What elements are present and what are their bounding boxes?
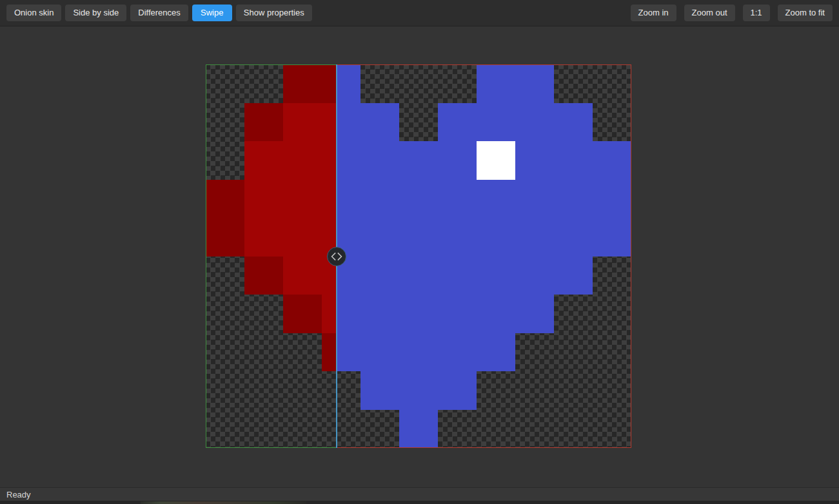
pixel-cell	[283, 64, 322, 103]
bottom-edge-strip	[0, 501, 839, 504]
pixel-cell	[515, 218, 554, 257]
image-diff-view	[206, 64, 631, 448]
zoom-buttons: Zoom inZoom out1:1Zoom to fit	[631, 5, 833, 21]
pixel-cell	[322, 64, 337, 103]
pixel-cell	[337, 103, 360, 142]
pixel-cell	[283, 141, 322, 180]
pixel-cell	[477, 295, 515, 333]
button-zoom-in[interactable]: Zoom in	[631, 5, 676, 21]
pixel-cell	[283, 257, 322, 295]
pixel-cell	[337, 141, 360, 180]
pixel-cell	[360, 257, 399, 295]
statusbar: Ready	[0, 487, 839, 501]
pixel-cell	[477, 103, 515, 142]
pixel-cell	[283, 180, 322, 218]
pixel-cell	[244, 103, 283, 142]
pixel-cell	[399, 371, 438, 410]
pixel-cell	[515, 64, 554, 103]
pixel-cell	[244, 141, 283, 180]
pixel-cell	[477, 64, 515, 103]
pixel-cell	[438, 295, 477, 333]
pixel-cell	[515, 103, 554, 142]
pixel-cell	[206, 218, 244, 257]
pixel-cell	[360, 371, 399, 410]
pixel-cell	[477, 218, 515, 257]
pixel-cell	[477, 333, 515, 372]
pixel-cell	[360, 218, 399, 257]
pixel-cell	[206, 180, 244, 218]
pixel-cell	[322, 103, 337, 142]
pixel-cell	[360, 295, 399, 333]
view-mode-show-properties[interactable]: Show properties	[236, 5, 312, 21]
pixel-cell	[360, 180, 399, 218]
view-mode-swipe[interactable]: Swipe	[192, 5, 232, 21]
pixel-cell	[554, 218, 593, 257]
pixel-cell	[322, 295, 337, 333]
pixel-cell	[593, 180, 631, 218]
button-1-1[interactable]: 1:1	[743, 5, 770, 21]
pixel-cell	[593, 218, 631, 257]
status-text: Ready	[6, 490, 31, 499]
after-image-layer	[337, 64, 631, 448]
pixel-cell	[360, 103, 399, 142]
pixel-cell	[322, 180, 337, 218]
pixel-cell	[283, 218, 322, 257]
pixel-cell	[322, 333, 337, 372]
pixel-cell	[438, 371, 477, 410]
swipe-handle[interactable]	[327, 247, 346, 266]
pixel-cell	[438, 141, 477, 180]
comparison-canvas	[0, 27, 839, 487]
pixel-cell	[399, 257, 438, 295]
pixel-cell	[337, 180, 360, 218]
pixel-cell	[438, 257, 477, 295]
pixel-cell	[360, 141, 399, 180]
swipe-chevrons-icon	[328, 247, 346, 266]
pixel-cell	[399, 218, 438, 257]
pixel-cell	[515, 141, 554, 180]
pixel-cell	[477, 180, 515, 218]
pixel-cell	[244, 257, 283, 295]
pixel-cell	[438, 180, 477, 218]
pixel-cell	[244, 180, 283, 218]
pixel-cell	[399, 180, 438, 218]
button-zoom-to-fit[interactable]: Zoom to fit	[778, 5, 833, 21]
button-zoom-out[interactable]: Zoom out	[684, 5, 735, 21]
pixel-cell	[283, 103, 322, 142]
pixel-cell	[360, 333, 399, 372]
view-mode-buttons: Onion skinSide by sideDifferencesSwipeSh…	[6, 5, 312, 21]
pixel-cell	[515, 180, 554, 218]
pixel-cell	[593, 141, 631, 180]
pixel-cell	[399, 141, 438, 180]
pixel-cell	[477, 141, 515, 180]
pixel-cell	[438, 218, 477, 257]
pixel-cell	[283, 295, 322, 333]
pixel-cell	[554, 257, 593, 295]
pixel-cell	[554, 141, 593, 180]
bottom-edge-tint	[141, 501, 306, 504]
toolbar: Onion skinSide by sideDifferencesSwipeSh…	[0, 0, 839, 26]
before-image-layer	[206, 64, 337, 448]
view-mode-onion-skin[interactable]: Onion skin	[6, 5, 61, 21]
pixel-cell	[438, 103, 477, 142]
pixel-cell	[337, 64, 360, 103]
pixel-cell	[399, 295, 438, 333]
view-mode-differences[interactable]: Differences	[130, 5, 188, 21]
pixel-cell	[399, 410, 438, 449]
pixel-cell	[515, 295, 554, 333]
pixel-cell	[554, 103, 593, 142]
pixel-cell	[322, 141, 337, 180]
view-mode-side-by-side[interactable]: Side by side	[65, 5, 126, 21]
pixel-cell	[438, 333, 477, 372]
pixel-cell	[554, 180, 593, 218]
pixel-cell	[477, 257, 515, 295]
pixel-cell	[244, 218, 283, 257]
pixel-cell	[515, 257, 554, 295]
pixel-cell	[399, 333, 438, 372]
pixel-cell	[337, 295, 360, 333]
pixel-cell	[337, 333, 360, 372]
